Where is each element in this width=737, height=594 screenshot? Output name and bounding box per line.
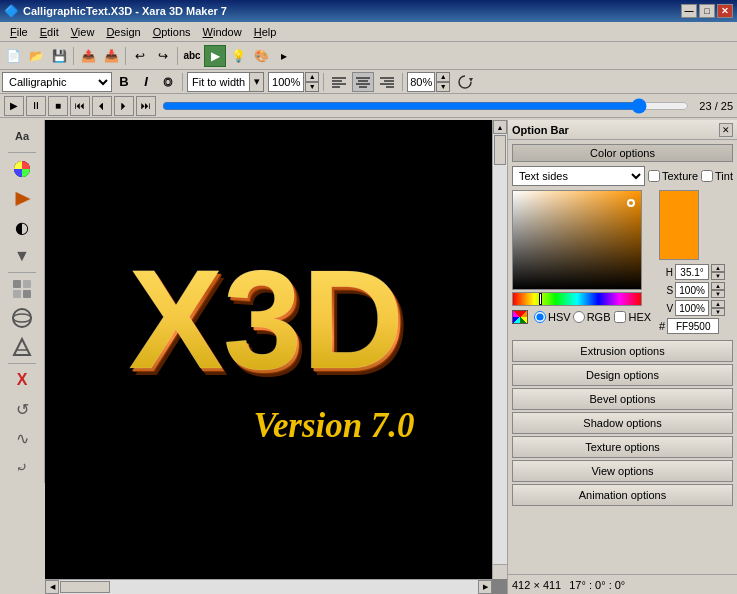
open-button[interactable]: 📂 — [25, 45, 47, 67]
tint-checkbox[interactable] — [701, 170, 713, 182]
menu-view[interactable]: View — [65, 24, 101, 40]
texture-options-button[interactable]: Texture options — [512, 436, 733, 458]
rgb-radio[interactable] — [573, 311, 585, 323]
color-section: Color options Text sides Texture Tint — [508, 140, 737, 338]
light-button[interactable]: 💡 — [227, 45, 249, 67]
hex-checkbox-label[interactable]: HEX — [614, 311, 651, 323]
align-right-button[interactable] — [376, 72, 398, 92]
minimize-button[interactable]: — — [681, 4, 697, 18]
save-button[interactable]: 💾 — [48, 45, 70, 67]
loop-tool[interactable]: ↺ — [6, 395, 38, 423]
zoom-down[interactable]: ▼ — [305, 82, 319, 92]
rotate-tool[interactable] — [6, 275, 38, 303]
s-down[interactable]: ▼ — [711, 290, 725, 298]
hsv-radio[interactable] — [534, 311, 546, 323]
align-center-button[interactable] — [352, 72, 374, 92]
view-options-button[interactable]: View options — [512, 460, 733, 482]
scroll-track-h[interactable] — [59, 580, 478, 594]
text-button[interactable]: abc — [181, 45, 203, 67]
font-select[interactable]: Calligraphic — [2, 72, 112, 92]
h-down[interactable]: ▼ — [711, 272, 725, 280]
redo-button[interactable]: ↪ — [152, 45, 174, 67]
rotate-button[interactable] — [454, 72, 476, 92]
canvas-area[interactable]: X3D X3D X3D X3D X3D Version 7.0 — [45, 120, 492, 579]
texture-checkbox[interactable] — [648, 170, 660, 182]
pause-button[interactable]: ⏸ — [26, 96, 46, 116]
fit-to-dropdown[interactable]: ▾ — [249, 73, 263, 91]
menu-edit[interactable]: Edit — [34, 24, 65, 40]
texture-checkbox-label[interactable]: Texture — [648, 170, 698, 182]
h-value: 35.1° — [675, 264, 709, 280]
color-target-select[interactable]: Text sides — [512, 166, 645, 186]
hex-checkbox[interactable] — [614, 311, 626, 323]
bevel-options-button[interactable]: Bevel options — [512, 388, 733, 410]
scroll-left-button[interactable]: ◀ — [45, 580, 59, 594]
color-wheel-button[interactable]: 🎨 — [250, 45, 272, 67]
color-tool[interactable] — [6, 155, 38, 183]
hue-bar[interactable] — [512, 292, 642, 306]
fit-to-select[interactable]: Fit to width ▾ — [187, 72, 264, 92]
rgb-radio-label[interactable]: RGB — [573, 311, 611, 323]
scroll-right-button[interactable]: ▶ — [478, 580, 492, 594]
fast-forward-button[interactable]: ⏭ — [136, 96, 156, 116]
animation-slider[interactable] — [162, 100, 689, 112]
zoom-up[interactable]: ▲ — [305, 72, 319, 82]
hsv-radio-label[interactable]: HSV — [534, 311, 571, 323]
undo-button[interactable]: ↩ — [129, 45, 151, 67]
menu-window[interactable]: Window — [197, 24, 248, 40]
color-dropdown-row: Text sides Texture Tint — [512, 166, 733, 186]
color-wheel-icon[interactable] — [512, 310, 528, 324]
menu-options[interactable]: Options — [147, 24, 197, 40]
more-button[interactable]: ▸ — [273, 45, 295, 67]
panel-close-button[interactable]: ✕ — [719, 123, 733, 137]
arrow-tool[interactable]: ▼ — [6, 242, 38, 270]
export-button[interactable]: 📤 — [77, 45, 99, 67]
x-tool[interactable]: X — [6, 366, 38, 394]
step-back-button[interactable]: ⏴ — [92, 96, 112, 116]
menu-help[interactable]: Help — [248, 24, 283, 40]
tint-checkbox-label[interactable]: Tint — [701, 170, 733, 182]
stop-button[interactable]: ■ — [48, 96, 68, 116]
align-left-button[interactable] — [328, 72, 350, 92]
rewind-button[interactable]: ⏮ — [70, 96, 90, 116]
zoom-sec-down[interactable]: ▼ — [436, 82, 450, 92]
shadow-options-button[interactable]: Shadow options — [512, 412, 733, 434]
animation-options-button[interactable]: Animation options — [512, 484, 733, 506]
v-down[interactable]: ▼ — [711, 308, 725, 316]
menu-design[interactable]: Design — [100, 24, 146, 40]
italic-button[interactable]: I — [136, 72, 156, 92]
scroll-track-v[interactable] — [493, 134, 507, 565]
text-tool[interactable]: Aa — [6, 122, 38, 150]
svg-rect-15 — [13, 280, 21, 288]
design-options-button[interactable]: Design options — [512, 364, 733, 386]
bevel-tool[interactable] — [6, 333, 38, 361]
scroll-up-button[interactable]: ▲ — [493, 120, 507, 134]
h-up[interactable]: ▲ — [711, 264, 725, 272]
color-gradient[interactable] — [512, 190, 642, 290]
shape-tool[interactable] — [6, 304, 38, 332]
menu-file[interactable]: File — [4, 24, 34, 40]
import-button[interactable]: 📥 — [100, 45, 122, 67]
wave-tool[interactable]: ∿ — [6, 424, 38, 452]
outline-button[interactable]: O — [158, 72, 178, 92]
animate-button[interactable]: ▶ — [204, 45, 226, 67]
zoom-sec-up[interactable]: ▲ — [436, 72, 450, 82]
spiral-tool[interactable]: ⤾ — [6, 453, 38, 481]
bold-button[interactable]: B — [114, 72, 134, 92]
extrusion-tool[interactable]: ▶ — [8, 182, 40, 215]
v-up[interactable]: ▲ — [711, 300, 725, 308]
zoom-secondary-arrows: ▲ ▼ — [436, 72, 450, 92]
scroll-thumb-v[interactable] — [494, 135, 506, 165]
color-options-header[interactable]: Color options — [512, 144, 733, 162]
extrusion-options-button[interactable]: Extrusion options — [512, 340, 733, 362]
s-up[interactable]: ▲ — [711, 282, 725, 290]
shadow-tool[interactable]: ◐ — [6, 213, 38, 241]
horizontal-scrollbar[interactable]: ◀ ▶ — [45, 579, 492, 594]
step-forward-button[interactable]: ⏵ — [114, 96, 134, 116]
play-button[interactable]: ▶ — [4, 96, 24, 116]
scroll-thumb-h[interactable] — [60, 581, 110, 593]
close-button[interactable]: ✕ — [717, 4, 733, 18]
new-button[interactable]: 📄 — [2, 45, 24, 67]
vertical-scrollbar[interactable]: ▲ ▼ — [492, 120, 507, 579]
maximize-button[interactable]: □ — [699, 4, 715, 18]
